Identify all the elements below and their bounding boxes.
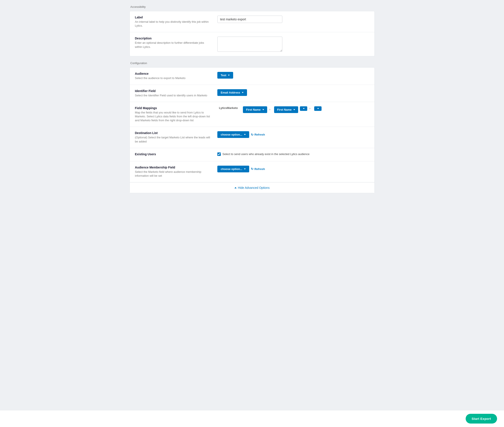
description-row: Description Enter an optional descriptio… <box>130 32 374 56</box>
field-mappings-row: Field Mappings Map the fields that you w… <box>130 102 374 127</box>
hide-advanced-label: Hide Advanced Options <box>238 186 270 190</box>
audience-membership-label: Audience Membership Field <box>135 166 212 169</box>
audience-button-text: Test <box>221 74 226 77</box>
destination-list-dropdown-button[interactable]: choose option... <box>217 131 249 138</box>
marketo-header: Marketo <box>227 106 238 110</box>
audience-membership-control: choose option... ↻ Refresh <box>217 166 369 172</box>
section-title-accessibility: Accessibility <box>131 5 146 8</box>
audience-row: Audience Select the audience to export t… <box>130 68 374 85</box>
description-input[interactable] <box>217 37 282 52</box>
marketo-field-dropdown-2[interactable] <box>314 106 322 111</box>
existing-users-label: Existing Users <box>135 152 212 156</box>
marketo-chevron-icon-1 <box>293 109 295 110</box>
audience-desc: Select the audience to export to Marketo <box>135 76 212 80</box>
destination-list-label: Destination List <box>135 131 212 135</box>
mapping-row-2 <box>300 106 322 111</box>
destination-list-refresh-button[interactable]: ↻ Refresh <box>251 133 265 137</box>
description-field-control <box>217 37 369 52</box>
lytics-header: Lytics <box>219 106 227 110</box>
accessibility-section-header: Accessibility <box>130 3 375 10</box>
identifier-label: Identifier Field <box>135 89 212 93</box>
destination-list-field-info: Destination List (Optional) Select the t… <box>135 131 217 143</box>
description-field-info: Description Enter an optional descriptio… <box>135 37 217 49</box>
audience-control: Test <box>217 72 369 79</box>
audience-membership-field-info: Audience Membership Field Select the Mar… <box>135 166 217 178</box>
audience-chevron-icon <box>228 75 230 76</box>
description-field-label: Description <box>135 37 212 40</box>
label-input[interactable] <box>217 15 282 23</box>
existing-users-field-info: Existing Users <box>135 152 217 157</box>
marketo-field-dropdown-1[interactable]: First Name <box>274 106 298 113</box>
section-title-configuration: Configuration <box>131 61 147 65</box>
label-field-desc: An internal label to help you distinctly… <box>135 20 212 28</box>
field-mappings-control: Lytics Marketo First Name First Name <box>217 106 369 115</box>
destination-refresh-icon: ↻ <box>251 133 254 137</box>
configuration-section-header: Configuration <box>130 60 375 67</box>
identifier-desc: Select the Identifier Field used to iden… <box>135 93 212 98</box>
field-mappings-field-info: Field Mappings Map the fields that you w… <box>135 106 217 122</box>
field-mappings-desc: Map the fields that you would like to se… <box>135 111 212 122</box>
audience-membership-chevron-icon <box>244 168 246 169</box>
existing-users-control: Select to send users who already exist i… <box>217 152 369 156</box>
lytics-field-text-1: First Name <box>246 108 260 111</box>
existing-users-row: Existing Users Select to send users who … <box>130 148 374 161</box>
label-field-info: Label An internal label to help you dist… <box>135 15 217 28</box>
hide-advanced-section: Hide Advanced Options <box>130 182 374 193</box>
label-field-label: Label <box>135 15 212 19</box>
identifier-field-info: Identifier Field Select the Identifier F… <box>135 89 217 98</box>
audience-membership-refresh-label: Refresh <box>254 167 265 171</box>
lytics-chevron-icon-1 <box>262 109 264 110</box>
label-field-control <box>217 15 369 23</box>
mapping-row-1: First Name First Name <box>243 106 298 113</box>
existing-users-checkbox-label[interactable]: Select to send users who already exist i… <box>217 152 310 156</box>
audience-membership-refresh-button[interactable]: ↻ Refresh <box>251 167 265 171</box>
audience-label: Audience <box>135 72 212 75</box>
label-row: Label An internal label to help you dist… <box>130 11 374 32</box>
identifier-chevron-icon <box>242 92 244 93</box>
description-field-desc: Enter an optional description to further… <box>135 41 212 49</box>
destination-list-chevron-icon <box>244 134 246 135</box>
lytics-chevron-icon-2 <box>303 108 305 109</box>
identifier-row: Identifier Field Select the Identifier F… <box>130 85 374 102</box>
hide-advanced-button[interactable]: Hide Advanced Options <box>234 186 270 190</box>
audience-membership-row: Audience Membership Field Select the Mar… <box>130 161 374 182</box>
audience-membership-refresh-icon: ↻ <box>251 167 254 171</box>
existing-users-checkbox-text: Select to send users who already exist i… <box>223 152 310 156</box>
destination-list-desc: (Optional) Select the target Marketo Lis… <box>135 136 212 143</box>
existing-users-checkbox[interactable] <box>217 152 221 156</box>
identifier-control: Email Address <box>217 89 369 96</box>
destination-refresh-label: Refresh <box>254 133 265 136</box>
lytics-field-dropdown-1[interactable]: First Name <box>243 106 267 113</box>
hide-advanced-chevron-icon <box>234 187 237 188</box>
audience-membership-button-text: choose option... <box>221 167 242 171</box>
marketo-field-text-1: First Name <box>277 108 292 111</box>
destination-list-row: Destination List (Optional) Select the t… <box>130 127 374 148</box>
mapping-header: Lytics Marketo <box>217 106 241 110</box>
identifier-dropdown-button[interactable]: Email Address <box>217 89 247 96</box>
audience-membership-dropdown-button[interactable]: choose option... <box>217 166 249 172</box>
identifier-button-text: Email Address <box>221 91 240 94</box>
destination-list-button-text: choose option... <box>221 133 242 136</box>
lytics-field-dropdown-2[interactable] <box>300 106 307 111</box>
marketo-chevron-icon-2 <box>317 108 319 109</box>
field-mappings-label: Field Mappings <box>135 106 212 110</box>
audience-field-info: Audience Select the audience to export t… <box>135 72 217 80</box>
audience-membership-desc: Select the Marketo field where audience … <box>135 170 212 178</box>
audience-dropdown-button[interactable]: Test <box>217 72 233 79</box>
destination-list-control: choose option... ↻ Refresh <box>217 131 369 138</box>
